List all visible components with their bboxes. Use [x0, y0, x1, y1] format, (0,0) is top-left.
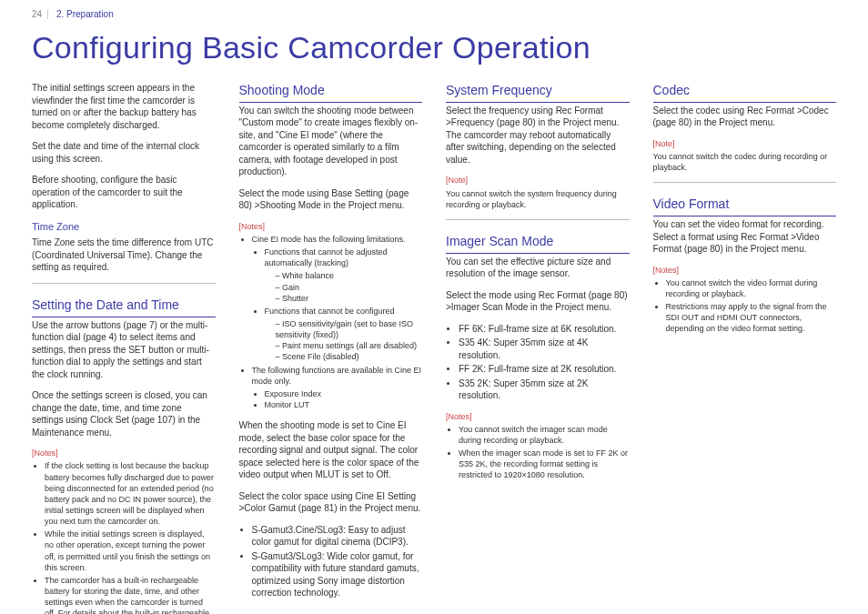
column-2: Shooting Mode You can switch the shootin… [239, 82, 423, 614]
notes-label: [Notes] [32, 448, 216, 458]
shooting-mode-body: When the shooting mode is set to Cine EI… [239, 419, 423, 481]
intro-para: Before shooting, configure the basic ope… [32, 174, 216, 211]
list-item: S35 4K: Super 35mm size at 4K resolution… [459, 337, 630, 361]
content-columns: The initial settings screen appears in t… [32, 82, 836, 614]
shooting-mode-body: Select the color space using Cine EI Set… [239, 490, 423, 515]
system-frequency-body: Select the frequency using Rec Format >F… [446, 105, 630, 166]
note-item: If the clock setting is lost because the… [45, 460, 216, 527]
imager-scan-body: You can set the effective picture size a… [446, 256, 630, 280]
sub-sub-list: ISO sensitivity/gain (set to base ISO se… [265, 318, 423, 363]
column-1: The initial settings screen appears in t… [32, 82, 216, 614]
sub-sub-item: White balance [276, 270, 423, 281]
sub-item: Monitor LUT [265, 399, 423, 410]
list-item: S35 2K: Super 35mm size at 2K resolution… [459, 377, 630, 402]
sub-item: Functions that cannot be adjusted automa… [265, 247, 423, 304]
imager-scan-heading: Imager Scan Mode [446, 233, 630, 254]
date-time-body: Once the settings screen is closed, you … [32, 389, 216, 438]
note-label: [Note] [653, 138, 837, 149]
note-item: The following functions are available in… [252, 365, 423, 411]
note-item: When the imager scan mode is set to FF 2… [459, 448, 630, 480]
video-format-body: You can set the video format for recordi… [653, 218, 837, 256]
sub-sub-item: Shutter [276, 293, 423, 304]
note-item: You cannot switch the imager scan mode d… [459, 424, 630, 446]
imager-scan-body: Select the mode using Rec Format (page 8… [446, 289, 630, 314]
notes-list: You cannot switch the video format durin… [653, 277, 837, 335]
codec-heading: Codec [653, 82, 837, 103]
codec-body: Select the codec using Rec Format >Codec… [653, 105, 837, 129]
time-zone-heading: Time Zone [32, 220, 216, 234]
note-item: While the initial settings screen is dis… [45, 528, 216, 573]
sub-item: Exposure Index [265, 388, 423, 399]
color-space-list: S-Gamut3.Cine/SLog3: Easy to adjust colo… [239, 524, 423, 599]
column-3: System Frequency Select the frequency us… [446, 82, 630, 614]
shooting-mode-heading: Shooting Mode [239, 82, 423, 103]
date-time-body: Use the arrow buttons (page 7) or the mu… [32, 319, 216, 381]
sub-sub-item: Scene File (disabled) [276, 351, 423, 362]
column-4: Codec Select the codec using Rec Format … [653, 82, 837, 614]
sub-list: Exposure Index Monitor LUT [252, 388, 423, 410]
shooting-mode-body: You can switch the shooting mode between… [239, 105, 423, 178]
manual-page: 24 2. Preparation Configuring Basic Camc… [0, 0, 868, 614]
page-title: Configuring Basic Camcorder Operation [32, 30, 836, 65]
divider [32, 283, 216, 284]
sub-item: Functions that cannot be configured ISO … [265, 306, 423, 363]
note-item: The camcorder has a built-in rechargeabl… [45, 575, 216, 614]
page-header: 24 2. Preparation [32, 9, 836, 25]
notes-list: If the clock setting is lost because the… [32, 460, 216, 614]
note-item: Cine EI mode has the following limitatio… [252, 234, 423, 363]
sub-sub-item: ISO sensitivity/gain (set to base ISO se… [276, 318, 423, 340]
intro-para: The initial settings screen appears in t… [32, 82, 216, 131]
notes-label: [Notes] [653, 265, 837, 276]
divider [446, 219, 630, 220]
note-item: Restrictions may apply to the signal fro… [666, 301, 837, 334]
chapter-label: 2. Preparation [56, 9, 114, 19]
list-item: FF 2K: Full-frame size at 2K resolution. [459, 363, 630, 376]
notes-list: Cine EI mode has the following limitatio… [239, 234, 423, 410]
divider [653, 182, 837, 183]
notes-label: [Notes] [239, 221, 423, 232]
sub-sub-item: Gain [276, 282, 423, 293]
scan-mode-list: FF 6K: Full-frame size at 6K resolution.… [446, 323, 630, 402]
sub-list: Functions that cannot be adjusted automa… [252, 247, 423, 362]
note-item: You cannot switch the video format durin… [666, 277, 837, 299]
sub-sub-list: White balance Gain Shutter [265, 270, 423, 303]
page-number: 24 [32, 9, 48, 19]
system-frequency-heading: System Frequency [446, 82, 630, 103]
shooting-mode-body: Select the mode using Base Setting (page… [239, 187, 423, 212]
note-body: You cannot switch the system frequency d… [446, 188, 630, 210]
note-label: [Note] [446, 175, 630, 186]
sub-sub-item: Paint menu settings (all are disabled) [276, 340, 423, 351]
date-time-heading: Setting the Date and Time [32, 297, 216, 317]
notes-label: [Notes] [446, 411, 630, 422]
time-zone-body: Time Zone sets the time difference from … [32, 237, 216, 274]
list-item: S-Gamut3/SLog3: Wide color gamut, for co… [252, 550, 423, 599]
note-body: You cannot switch the codec during recor… [653, 151, 837, 173]
list-item: S-Gamut3.Cine/SLog3: Easy to adjust colo… [252, 524, 423, 549]
intro-para: Set the date and time of the internal cl… [32, 140, 216, 165]
notes-list: You cannot switch the imager scan mode d… [446, 424, 630, 481]
list-item: FF 6K: Full-frame size at 6K resolution. [459, 323, 630, 336]
video-format-heading: Video Format [653, 196, 837, 216]
